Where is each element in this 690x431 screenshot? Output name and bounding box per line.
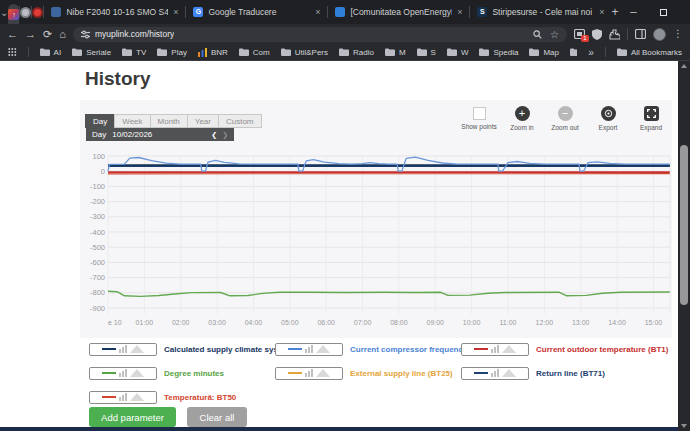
site-info-icon[interactable] [81,30,90,39]
bookmark-label: S [431,48,436,57]
browser-tab[interactable]: GGoogle Traducere× [186,0,327,24]
bookmark-folder-nexus[interactable]: NEXUS [570,48,577,57]
legend-chip[interactable] [89,343,157,356]
legend-chip[interactable] [275,367,343,380]
export-icon[interactable] [601,106,616,121]
bookmark-folder-map[interactable]: Map [529,48,559,57]
bookmark-folder-w[interactable]: W [447,48,469,57]
zoom-in-icon[interactable]: + [515,106,530,121]
bookmark-folder-ai[interactable]: AI [40,48,62,57]
legend-item[interactable]: Current compressor frequency [275,342,461,356]
bookmark-folder-play[interactable]: Play [157,48,187,57]
clear-all-button[interactable]: Clear all [187,407,247,427]
shield-icon[interactable] [592,29,602,40]
period-tab-year[interactable]: Year [187,114,219,128]
next-day-icon[interactable]: ❯ [222,131,228,139]
browser-tab[interactable]: [Comunitatea OpenEnergyM× [328,0,469,24]
legend-item[interactable]: Degree minutes [89,366,275,380]
reload-icon[interactable]: ⟳ [43,29,52,40]
legend-item[interactable]: Current outdoor temperature (BT1) [461,342,647,356]
address-bar[interactable]: myuplink.com/history ☆ [73,27,567,42]
add-parameter-button[interactable]: Add parameter [89,407,176,427]
legend-item[interactable]: Temperatură: BT50 [89,390,275,404]
legend-chip[interactable] [89,367,157,380]
zoom-out-icon[interactable]: − [558,106,573,121]
legend-line-sample [102,348,116,350]
y-tick-label: -300 [90,212,105,221]
expand-icon[interactable] [644,106,659,121]
period-tabs: DayWeekMonthYearCustom [86,114,262,128]
scrollbar-thumb[interactable] [680,145,688,305]
bookmark-folder-spedia[interactable]: Spedia [479,48,518,57]
y-tick-label: -700 [90,273,105,282]
bookmark-label: BNR [211,48,228,57]
scroll-up-icon[interactable] [681,64,687,68]
browser-tab[interactable]: Nibe F2040 10-16 SMO S40× [44,0,185,24]
legend-chip[interactable] [461,343,529,356]
bookmark-folder-s[interactable]: S [417,48,436,57]
page-scrollbar[interactable] [678,61,690,431]
pinned-tab[interactable] [20,0,31,24]
bookmark-folder-bnr[interactable]: BNR [198,48,228,57]
legend-line-sample [288,372,302,374]
pinned-tab-myuplink-active[interactable]: ↑ [8,4,19,24]
tool-zoom-out[interactable]: −Zoom out [548,106,582,131]
bookmarks-overflow-icon[interactable]: » [588,47,594,58]
date-value: 10/02/2026 [112,130,152,139]
tool-export[interactable]: Export [591,106,625,131]
scroll-down-icon[interactable] [681,424,687,428]
bookmark-folder-tv[interactable]: TV [122,48,146,57]
legend-item[interactable]: Calculated supply climate system 1 [89,342,275,356]
y-tick-label: 100 [92,152,105,161]
close-tab-icon[interactable]: × [315,7,320,17]
period-tab-custom[interactable]: Custom [218,114,262,128]
tool-checkbox[interactable]: Show points [462,106,496,130]
forward-icon[interactable]: → [25,29,36,40]
legend-item[interactable]: External supply line (BT25) [275,366,461,380]
browser-tab[interactable]: SStiripesurse - Cele mai noi s× [470,0,611,24]
previous-day-icon[interactable]: ❮ [211,131,217,139]
bookmark-folder-radio[interactable]: Radio [339,48,374,57]
period-tab-month[interactable]: Month [150,114,188,128]
search-icon[interactable] [533,30,542,39]
extensions-puzzle-icon[interactable] [609,29,620,40]
tool-expand[interactable]: Expand [634,106,668,131]
legend-chip[interactable] [461,367,529,380]
bookmark-folder-seriale[interactable]: Seriale [72,48,111,57]
toolbar-separator [627,28,628,40]
chart-legend: Calculated supply climate system 1Curren… [89,342,647,404]
tool-zoom-in[interactable]: +Zoom in [505,106,539,131]
bookmark-folder-m[interactable]: M [385,48,406,57]
bookmark-folder-util-pers[interactable]: Util&Pers [281,48,328,57]
close-tab-icon[interactable]: × [457,7,462,17]
legend-chip[interactable] [89,391,157,404]
maximize-button[interactable] [648,0,678,24]
period-tab-day[interactable]: Day [85,114,115,128]
show-points-checkbox[interactable] [473,107,486,120]
period-tab-week[interactable]: Week [114,114,150,128]
history-chart[interactable]: 1000-100-200-300-400-500-600-700-800-900… [80,150,672,336]
legend-chip[interactable] [275,343,343,356]
all-bookmarks-button[interactable]: All Bookmarks [617,48,682,57]
favicon: S [477,7,487,17]
tab-title: Nibe F2040 10-16 SMO S40 [66,7,168,17]
side-panel-icon[interactable] [635,29,646,39]
home-icon[interactable]: ⌂ [59,29,66,40]
close-tab-icon[interactable]: × [173,7,178,17]
bookmark-folder-com[interactable]: Com [239,48,270,57]
pinned-tab[interactable] [32,0,43,24]
minimize-button[interactable]: ─ [618,0,648,24]
legend-bars-icon [491,345,499,353]
favicon [51,7,61,17]
legend-item[interactable]: Return line (BT71) [461,366,647,380]
new-tab-button[interactable]: + [611,0,618,24]
profile-avatar[interactable] [653,28,666,41]
bookmark-star-icon[interactable]: ☆ [550,29,559,40]
apps-grid-icon[interactable] [8,47,17,57]
close-tab-icon[interactable]: × [599,7,604,17]
extension-icon-with-badge[interactable]: 1 [574,29,585,39]
back-icon[interactable]: ← [7,29,18,40]
tab-search-icon[interactable]: ⌄ [0,0,8,24]
menu-kebab-icon[interactable]: ⋮ [673,29,683,39]
close-window-button[interactable]: ✕ [678,0,690,24]
